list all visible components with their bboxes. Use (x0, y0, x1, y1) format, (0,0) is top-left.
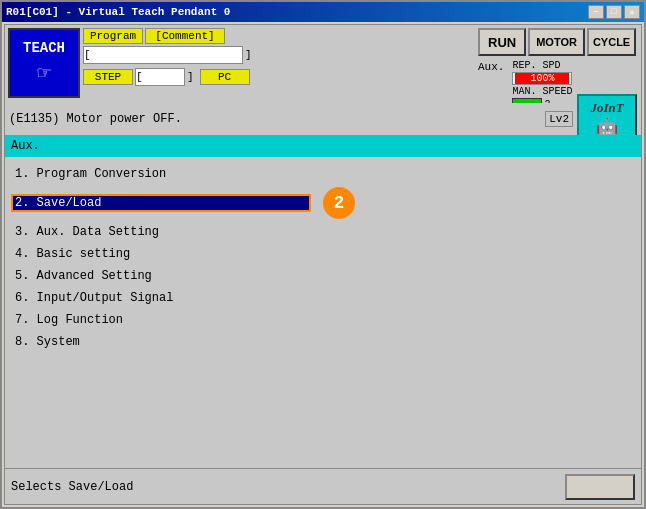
joint-label: JoInT (590, 100, 623, 116)
menu-item-2-text: 2. Save/Load (15, 196, 101, 210)
man-speed-label: MAN. SPEED (512, 86, 572, 97)
menu-item-7[interactable]: 7. Log Function (11, 311, 635, 329)
menu-item-4-text: 4. Basic setting (15, 247, 130, 261)
program-area: Program [Comment] ] STEP ] PC (83, 28, 475, 100)
toolbar: TEACH ☞ Program [Comment] ] STEP ] PC (5, 25, 641, 103)
minimize-button[interactable]: − (588, 5, 604, 19)
teach-label: TEACH (23, 40, 65, 56)
menu-item-4[interactable]: 4. Basic setting (11, 245, 635, 263)
motor-button[interactable]: MOTOR (528, 28, 585, 56)
title-bar: R01[C01] - Virtual Teach Pendant 0 − □ ✕ (2, 2, 644, 22)
menu-item-5-text: 5. Advanced Setting (15, 269, 152, 283)
lv-badge: Lv2 (545, 111, 573, 127)
menu-item-7-text: 7. Log Function (15, 313, 123, 327)
main-window: R01[C01] - Virtual Teach Pendant 0 − □ ✕… (0, 0, 646, 509)
menu-list: 1. Program Conversion 2. Save/Load 2 3. … (5, 157, 641, 468)
content-area: TEACH ☞ Program [Comment] ] STEP ] PC (4, 24, 642, 505)
step-input[interactable] (135, 68, 185, 86)
menu-item-6[interactable]: 6. Input/Output Signal (11, 289, 635, 307)
step-number-badge: 2 (323, 187, 355, 219)
message-text: (E1135) Motor power OFF. (9, 112, 541, 126)
title-bar-buttons: − □ ✕ (588, 5, 640, 19)
menu-item-2[interactable]: 2. Save/Load (11, 194, 311, 212)
right-panel: RUN MOTOR CYCLE Aux. REP. SPD 100% MAN. … (478, 28, 638, 100)
step-pc-row: STEP ] PC (83, 68, 475, 86)
status-bar: Selects Save/Load (5, 468, 641, 504)
pc-label: PC (200, 69, 250, 85)
step-label: STEP (83, 69, 133, 85)
close-button[interactable]: ✕ (624, 5, 640, 19)
aux-header-text: Aux. (11, 139, 40, 153)
menu-item-6-text: 6. Input/Output Signal (15, 291, 173, 305)
step-bracket: ] (187, 71, 194, 83)
prog-input-row: ] (83, 46, 475, 64)
aux-text-area: Aux. (478, 60, 504, 74)
run-button[interactable]: RUN (478, 28, 526, 56)
menu-item-8[interactable]: 8. System (11, 333, 635, 351)
message-bar: (E1135) Motor power OFF. Lv2 JoInT 🤖 (5, 103, 641, 135)
window-title: R01[C01] - Virtual Teach Pendant 0 (6, 6, 230, 18)
aux-header: Aux. (5, 135, 641, 157)
status-button[interactable] (565, 474, 635, 500)
program-label: Program (83, 28, 143, 44)
aux-label: Aux. (478, 61, 504, 73)
program-input[interactable] (83, 46, 243, 64)
hand-icon: ☞ (37, 60, 50, 87)
prog-bracket: ] (245, 49, 252, 61)
menu-item-3[interactable]: 3. Aux. Data Setting (11, 223, 635, 241)
cycle-button[interactable]: CYCLE (587, 28, 636, 56)
step-number: 2 (334, 193, 345, 213)
prog-comment-row: Program [Comment] (83, 28, 475, 44)
menu-item-1[interactable]: 1. Program Conversion (11, 165, 635, 183)
menu-item-2-row: 2. Save/Load 2 (11, 187, 635, 219)
rep-spd-label: REP. SPD (512, 60, 572, 71)
rep-spd-display: 100% (512, 72, 572, 85)
status-text: Selects Save/Load (11, 480, 133, 494)
menu-item-5[interactable]: 5. Advanced Setting (11, 267, 635, 285)
comment-label: [Comment] (145, 28, 225, 44)
maximize-button[interactable]: □ (606, 5, 622, 19)
run-motor-cycle-row: RUN MOTOR CYCLE (478, 28, 638, 56)
menu-item-8-text: 8. System (15, 335, 80, 349)
menu-item-1-text: 1. Program Conversion (15, 167, 166, 181)
teach-button[interactable]: TEACH ☞ (8, 28, 80, 98)
rep-spd-value: 100% (515, 73, 569, 84)
menu-item-3-text: 3. Aux. Data Setting (15, 225, 159, 239)
